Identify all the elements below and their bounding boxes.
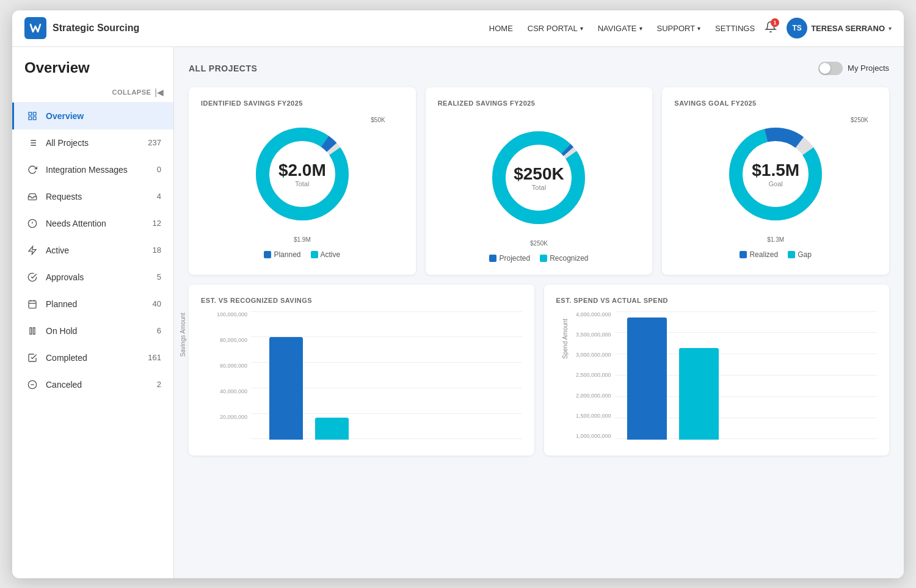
sidebar-item-count-requests: 4 xyxy=(157,192,161,201)
sidebar-item-requests[interactable]: Requests 4 xyxy=(12,183,173,210)
savings-goal-donut-area: $250K $1.5M Goal xyxy=(674,117,877,259)
svg-rect-14 xyxy=(29,300,36,308)
collapse-icon: |◀ xyxy=(154,87,164,97)
sidebar-item-count-integration-messages: 0 xyxy=(157,165,161,174)
identified-savings-sub: Total xyxy=(278,180,326,187)
main-layout: Overview COLLAPSE |◀ Overview All Projec xyxy=(12,47,904,578)
est-vs-actual-card: EST. SPEND VS ACTUAL SPEND 4,000,000,000… xyxy=(544,285,890,456)
chart-icon xyxy=(26,110,38,122)
alert-icon xyxy=(26,217,38,230)
notification-bell[interactable]: 1 xyxy=(765,21,777,35)
est-vs-actual-chart: 4,000,000,000 3,500,000,000 3,000,000,00… xyxy=(556,311,878,440)
identified-savings-legend: Planned Active xyxy=(264,250,340,259)
legend-dot-gap xyxy=(788,251,795,258)
svg-rect-18 xyxy=(30,327,32,334)
my-projects-toggle[interactable]: My Projects xyxy=(818,62,889,75)
my-projects-switch[interactable] xyxy=(818,62,843,75)
sidebar-item-all-projects[interactable]: All Projects 237 xyxy=(12,129,173,156)
sidebar-item-label-on-hold: On Hold xyxy=(46,326,157,336)
sidebar-item-needs-attention[interactable]: Needs Attention 12 xyxy=(12,210,173,237)
app-title: Strategic Sourcing xyxy=(53,23,139,34)
legend-dot-realized xyxy=(740,251,747,258)
nav-home[interactable]: HOME xyxy=(489,24,513,33)
user-avatar: TS xyxy=(787,18,807,38)
realized-savings-card: REALIZED SAVINGS FY2025 $250K Total xyxy=(426,87,653,275)
sidebar-item-canceled[interactable]: Canceled 2 xyxy=(12,371,173,398)
svg-rect-19 xyxy=(33,327,35,334)
sidebar-item-count-on-hold: 6 xyxy=(157,326,161,335)
nav-right: SETTINGS 1 TS TERESA SERRANO ▾ xyxy=(715,18,892,38)
sidebar-item-completed[interactable]: Completed 161 xyxy=(12,344,173,371)
calendar-icon xyxy=(26,298,38,310)
y-axis-label-savings: Savings Amount xyxy=(180,313,186,357)
bar-charts-row: EST. VS RECOGNIZED SAVINGS 100,000,000 8… xyxy=(189,285,889,456)
sidebar-item-count-planned: 40 xyxy=(153,299,161,308)
sidebar-item-label-needs-attention: Needs Attention xyxy=(46,219,153,228)
identified-savings-donut: $2.0M Total xyxy=(247,119,357,229)
realized-savings-donut: $250K Total xyxy=(484,123,594,233)
lightning-icon xyxy=(26,244,38,256)
legend-dot-active xyxy=(311,251,318,258)
identified-savings-value: $2.0M xyxy=(278,161,326,180)
sidebar-item-label-active: Active xyxy=(46,245,153,255)
legend-realized: Realized xyxy=(740,250,778,259)
check-circle-icon xyxy=(26,271,38,283)
support-arrow: ▾ xyxy=(697,25,700,32)
nav-navigate[interactable]: NAVIGATE ▾ xyxy=(598,24,642,33)
csr-portal-arrow: ▾ xyxy=(580,25,583,32)
refresh-icon xyxy=(26,164,38,176)
legend-projected: Projected xyxy=(489,254,530,263)
logo-area: Strategic Sourcing xyxy=(24,17,139,39)
overview-title: Overview xyxy=(12,47,173,82)
realized-savings-title: REALIZED SAVINGS FY2025 xyxy=(438,100,641,107)
savings-goal-value: $1.5M xyxy=(752,161,799,180)
nav-csr-portal[interactable]: CSR PORTAL ▾ xyxy=(528,24,583,33)
svg-rect-2 xyxy=(33,117,36,120)
svg-marker-13 xyxy=(29,246,36,254)
bar-savings-est xyxy=(269,337,303,440)
est-vs-recognized-chart: 100,000,000 80,000,000 60,000,000 40,000… xyxy=(201,311,522,440)
inbox-icon xyxy=(26,191,38,203)
user-menu[interactable]: TS TERESA SERRANO ▾ xyxy=(787,18,892,38)
est-vs-actual-title: EST. SPEND VS ACTUAL SPEND xyxy=(556,297,878,304)
app-window: Strategic Sourcing HOME CSR PORTAL ▾ NAV… xyxy=(12,10,904,578)
sidebar-item-overview[interactable]: Overview xyxy=(12,103,173,129)
svg-rect-0 xyxy=(29,112,32,115)
settings-link[interactable]: SETTINGS xyxy=(715,24,755,33)
bar-spend-actual xyxy=(679,348,719,440)
sidebar-item-label-approvals: Approvals xyxy=(46,272,157,282)
sidebar-item-label-canceled: Canceled xyxy=(46,380,157,390)
pause-icon xyxy=(26,325,38,337)
main-content: ALL PROJECTS My Projects IDENTIFIED SAVI… xyxy=(174,47,904,578)
user-menu-arrow: ▾ xyxy=(889,25,892,32)
list-icon xyxy=(26,137,38,149)
sidebar-item-count-completed: 161 xyxy=(148,353,161,362)
est-vs-recognized-card: EST. VS RECOGNIZED SAVINGS 100,000,000 8… xyxy=(189,285,534,456)
sidebar-item-on-hold[interactable]: On Hold 6 xyxy=(12,318,173,344)
savings-goal-card: SAVINGS GOAL FY2025 $250K xyxy=(662,87,889,275)
sidebar-item-integration-messages[interactable]: Integration Messages 0 xyxy=(12,156,173,183)
sidebar-item-planned[interactable]: Planned 40 xyxy=(12,291,173,318)
nav-support[interactable]: SUPPORT ▾ xyxy=(657,24,701,33)
legend-dot-recognized xyxy=(540,255,547,262)
legend-planned: Planned xyxy=(264,250,300,259)
minus-circle-icon xyxy=(26,379,38,391)
realized-savings-value: $250K xyxy=(514,164,564,184)
realized-savings-center: $250K Total xyxy=(514,164,564,191)
legend-recognized: Recognized xyxy=(540,254,588,263)
sidebar-item-label-planned: Planned xyxy=(46,299,153,309)
sidebar-item-count-needs-attention: 12 xyxy=(153,219,161,228)
sidebar-item-active[interactable]: Active 18 xyxy=(12,237,173,264)
sidebar-item-approvals[interactable]: Approvals 5 xyxy=(12,264,173,291)
savings-goal-label-top: $250K xyxy=(851,117,868,123)
collapse-bar[interactable]: COLLAPSE |◀ xyxy=(12,82,173,103)
notification-badge: 1 xyxy=(771,18,779,27)
realized-label-bottom: $250K xyxy=(530,240,548,247)
legend-active: Active xyxy=(311,250,341,259)
logo-icon xyxy=(24,17,46,39)
legend-dot-planned xyxy=(264,251,271,258)
toggle-knob xyxy=(820,63,831,74)
savings-goal-sub: Goal xyxy=(752,180,799,187)
sidebar-item-count-all-projects: 237 xyxy=(148,138,161,147)
identified-label-top: $50K xyxy=(371,117,385,123)
